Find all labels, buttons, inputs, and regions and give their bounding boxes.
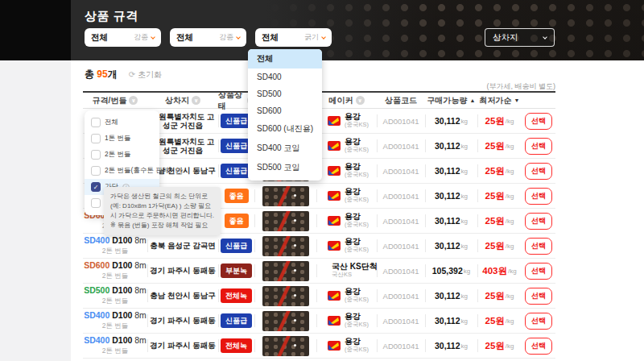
quantity-unit: kg	[461, 293, 468, 300]
sort-icon[interactable]: ∨	[129, 96, 138, 105]
maker-name: 용강	[345, 138, 369, 147]
bundle-option[interactable]: 2톤 번들	[85, 147, 159, 163]
condition-badge: 전체녹	[221, 338, 252, 353]
select-cell: 선택	[522, 259, 555, 283]
filter-label: 굵기	[304, 32, 325, 43]
bundle-option[interactable]: 1톤 번들	[85, 131, 159, 147]
product-thumbnail[interactable]	[262, 211, 309, 231]
condition-badge: 신품급	[221, 239, 252, 253]
product-thumbnail[interactable]	[262, 311, 309, 331]
product-thumbnail[interactable]	[262, 286, 309, 306]
spec-cell: SD500 D100 8m 2톤 번들	[83, 284, 147, 308]
bundle-option-label: 1톤 번들	[105, 134, 131, 143]
quantity-unit: kg	[461, 143, 468, 150]
header-spec[interactable]: 규격/번들∨	[83, 93, 147, 108]
checkbox[interactable]	[91, 118, 101, 127]
image-cell	[254, 334, 316, 358]
maker-name: 용강	[345, 213, 369, 222]
quantity-unit: kg	[461, 243, 468, 250]
code-cell: AD001041	[377, 184, 425, 208]
grade-option[interactable]: SD600 (내진용)	[248, 119, 322, 139]
select-button[interactable]: 선택	[525, 138, 552, 155]
header-price-sort[interactable]: 최저가순▼	[477, 93, 522, 108]
product-code: AD001041	[383, 142, 419, 151]
maker-cell: 용강 (중국KS)	[316, 334, 377, 358]
product-thumbnail[interactable]	[262, 261, 309, 281]
maker-name: 용강	[345, 163, 369, 172]
header-maker[interactable]: 메이커∨	[316, 93, 377, 108]
qty-cell: 30,112kg	[425, 309, 477, 333]
sort-desc-icon[interactable]: ▼	[514, 98, 520, 103]
state-cell: 좋음	[218, 184, 254, 208]
product-thumbnail[interactable]	[262, 186, 309, 206]
select-button[interactable]: 선택	[525, 163, 552, 180]
grade-option[interactable]: SD500	[248, 85, 322, 102]
size-label: D100	[112, 235, 132, 245]
select-button[interactable]: 선택	[525, 263, 552, 280]
sort-icon[interactable]: ∨	[192, 96, 200, 105]
available-quantity: 30,112	[435, 116, 460, 126]
available-quantity: 30,112	[435, 241, 460, 251]
image-cell	[254, 184, 316, 208]
available-quantity: 30,112	[435, 291, 460, 301]
product-thumbnail[interactable]	[262, 236, 309, 256]
product-code: AD001041	[383, 292, 419, 301]
reset-button[interactable]: ⟳ 초기화	[129, 69, 162, 81]
lowest-price: 25원	[485, 240, 505, 252]
maker-flag-icon	[328, 191, 341, 201]
maker-cell: 국산 KS단척 국산KS	[316, 259, 377, 283]
chevron-down-icon	[151, 35, 155, 39]
checkbox-checked[interactable]	[91, 182, 101, 192]
grade-option[interactable]: SD600	[248, 102, 322, 119]
grade-option[interactable]: SD400	[248, 68, 322, 85]
quantity-unit: kg	[461, 168, 468, 175]
tooltip-line: ※ 묶음 (번들) 포장 해체 작업 필요	[110, 221, 214, 230]
bundle-option[interactable]: 전체	[85, 114, 159, 131]
checkbox[interactable]	[91, 134, 101, 143]
state-cell: 좋음	[218, 209, 254, 233]
filter-select-1[interactable]: 전체강종	[85, 28, 161, 47]
checkbox[interactable]	[91, 150, 101, 160]
select-button[interactable]: 선택	[525, 113, 552, 130]
product-code: AD001041	[383, 117, 419, 126]
lowest-price: 25원	[485, 315, 505, 327]
maker-name: 용강	[345, 238, 369, 247]
hero-left-black-strip	[0, 0, 71, 60]
grade-option[interactable]: SD400 코일	[248, 139, 322, 158]
select-button[interactable]: 선택	[525, 338, 552, 355]
page: 상품 규격 전체강종전체강종전체굵기 상차지 총 95개 ⟳ 초기화 (부가세,…	[0, 0, 644, 361]
select-button[interactable]: 선택	[525, 238, 552, 255]
filter-select-3[interactable]: 전체굵기	[255, 28, 332, 47]
price-unit: /kg	[506, 243, 514, 250]
pickup-location-select[interactable]: 상차지	[485, 28, 555, 47]
lowest-price: 25원	[485, 290, 505, 302]
select-cell: 선택	[522, 209, 555, 233]
info-icon[interactable]: i	[175, 168, 183, 175]
maker-flag-icon	[328, 316, 341, 326]
select-button[interactable]: 선택	[525, 188, 552, 205]
product-thumbnail[interactable]	[262, 336, 309, 356]
header-loc[interactable]: 상차지∨	[147, 93, 218, 108]
select-button[interactable]: 선택	[525, 213, 552, 230]
grade-option[interactable]: 전체	[248, 49, 322, 68]
pickup-location-text: 경기 파주시 동패동	[148, 316, 217, 326]
bundle-label: 2톤 번들	[84, 346, 147, 355]
checkbox[interactable]	[91, 198, 101, 208]
grade-option[interactable]: SD500 코일	[248, 158, 322, 177]
maker-name: 용강	[345, 338, 369, 346]
price-cell: 25원/kg	[477, 234, 522, 258]
maker-origin: (중국KS)	[345, 146, 369, 155]
filter-value: 전체	[91, 32, 108, 44]
sort-asc-icon[interactable]: ▲	[470, 98, 476, 103]
filter-select-2[interactable]: 전체강종	[170, 28, 246, 47]
header-qty-sort[interactable]: 구매가능량▲	[425, 93, 477, 108]
select-cell: 선택	[522, 159, 555, 183]
select-button[interactable]: 선택	[525, 313, 552, 330]
bundle-option[interactable]: 2톤 번들(홀수톤 판매)i	[85, 163, 159, 179]
checkbox[interactable]	[91, 166, 101, 176]
quantity-unit: kg	[464, 268, 470, 275]
sort-icon[interactable]: ∨	[356, 96, 365, 105]
select-button[interactable]: 선택	[525, 288, 552, 305]
price-cell: 25원/kg	[477, 109, 522, 133]
chevron-down-icon	[321, 35, 326, 39]
